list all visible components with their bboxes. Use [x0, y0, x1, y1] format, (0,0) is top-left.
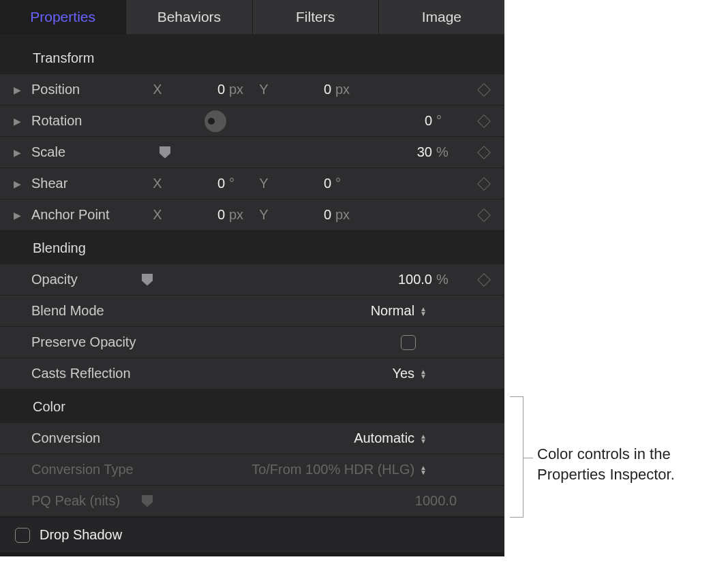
tab-properties[interactable]: Properties — [0, 0, 126, 34]
conversion-type-value: To/From 100% HDR (HLG) — [252, 462, 414, 477]
axis-x-label: X — [147, 82, 168, 97]
axis-x-label: X — [147, 207, 168, 223]
updown-icon: ▲▼ — [420, 434, 427, 443]
row-conversion-type: Conversion Type To/From 100% HDR (HLG) ▲… — [0, 454, 504, 486]
axis-y-label: Y — [254, 82, 274, 97]
row-scale: ▶ Scale 30 % — [0, 137, 504, 168]
position-y-value[interactable]: 0 — [274, 82, 335, 97]
tab-image[interactable]: Image — [379, 0, 504, 34]
properties-inspector: Properties Behaviors Filters Image Trans… — [0, 0, 504, 556]
shear-y-unit: ° — [335, 176, 360, 191]
disclosure-icon[interactable]: ▶ — [14, 147, 23, 158]
conversion-popup[interactable]: Automatic ▲▼ — [147, 430, 464, 446]
keyframe-icon[interactable] — [477, 177, 491, 191]
conversion-type-popup: To/From 100% HDR (HLG) ▲▼ — [147, 462, 464, 477]
pq-peak-value: 1000.0 — [379, 493, 461, 509]
row-rotation: ▶ Rotation 0 ° — [0, 106, 504, 137]
callout-bracket-icon — [510, 396, 524, 518]
row-preserve-opacity: Preserve Opacity — [0, 327, 504, 358]
axis-x-label: X — [147, 176, 168, 191]
row-shear: ▶ Shear X 0 ° Y 0 ° — [0, 168, 504, 200]
blend-mode-label: Blend Mode — [31, 303, 147, 319]
rotation-value[interactable]: 0 — [375, 113, 436, 129]
pq-peak-label: PQ Peak (nits) — [31, 493, 147, 509]
scale-value[interactable]: 30 — [375, 144, 436, 160]
row-blend-mode: Blend Mode Normal ▲▼ — [0, 296, 504, 327]
shear-x-value[interactable]: 0 — [168, 176, 229, 191]
keyframe-icon[interactable] — [477, 114, 491, 128]
row-position: ▶ Position X 0 px Y 0 px — [0, 74, 504, 106]
updown-icon: ▲▼ — [420, 369, 427, 379]
drop-shadow-checkbox[interactable] — [15, 528, 30, 543]
tab-behaviors[interactable]: Behaviors — [126, 0, 252, 34]
casts-reflection-popup[interactable]: Yes ▲▼ — [147, 366, 464, 381]
position-x-unit: px — [229, 82, 254, 97]
position-x-value[interactable]: 0 — [168, 82, 229, 97]
disclosure-icon[interactable]: ▶ — [14, 178, 23, 189]
opacity-value[interactable]: 100.0 — [375, 272, 436, 287]
conversion-type-label: Conversion Type — [31, 462, 147, 477]
callout-stem-icon — [524, 458, 533, 458]
position-label: Position — [31, 82, 147, 97]
row-casts-reflection: Casts Reflection Yes ▲▼ — [0, 358, 504, 390]
anchor-label: Anchor Point — [31, 207, 147, 223]
anchor-y-value[interactable]: 0 — [274, 207, 335, 223]
keyframe-icon[interactable] — [477, 208, 491, 222]
section-blending-title: Blending — [0, 231, 504, 264]
updown-icon: ▲▼ — [420, 306, 427, 316]
casts-reflection-label: Casts Reflection — [31, 366, 147, 381]
rotation-dial[interactable] — [204, 110, 226, 132]
position-y-unit: px — [335, 82, 360, 97]
opacity-label: Opacity — [31, 272, 147, 287]
preserve-opacity-label: Preserve Opacity — [31, 334, 147, 350]
blend-mode-value: Normal — [371, 303, 414, 319]
casts-reflection-value: Yes — [392, 366, 414, 381]
axis-y-label: Y — [254, 176, 274, 191]
section-color-title: Color — [0, 390, 504, 423]
updown-icon: ▲▼ — [420, 465, 427, 475]
row-conversion: Conversion Automatic ▲▼ — [0, 423, 504, 454]
opacity-unit: % — [436, 272, 461, 287]
inspector-tabs: Properties Behaviors Filters Image — [0, 0, 504, 34]
disclosure-icon[interactable]: ▶ — [14, 84, 23, 95]
shear-x-unit: ° — [229, 176, 254, 191]
axis-y-label: Y — [254, 207, 274, 223]
disclosure-icon[interactable]: ▶ — [14, 210, 23, 221]
callout-text: Color controls in the Properties Inspect… — [537, 444, 675, 484]
rotation-unit: ° — [436, 113, 461, 129]
section-transform-title: Transform — [0, 41, 504, 74]
disclosure-icon[interactable]: ▶ — [14, 116, 23, 127]
row-pq-peak: PQ Peak (nits) 1000.0 — [0, 486, 504, 517]
row-opacity: Opacity 100.0 % — [0, 264, 504, 296]
tab-filters[interactable]: Filters — [253, 0, 379, 34]
keyframe-icon[interactable] — [477, 273, 491, 287]
keyframe-icon[interactable] — [477, 146, 491, 159]
shear-y-value[interactable]: 0 — [274, 176, 335, 191]
blend-mode-popup[interactable]: Normal ▲▼ — [147, 303, 464, 319]
anchor-x-value[interactable]: 0 — [168, 207, 229, 223]
anchor-x-unit: px — [229, 207, 254, 223]
scale-label: Scale — [31, 144, 147, 160]
row-drop-shadow: Drop Shadow — [0, 517, 504, 552]
preserve-opacity-checkbox[interactable] — [401, 335, 416, 350]
shear-label: Shear — [31, 176, 147, 191]
rotation-label: Rotation — [31, 113, 147, 129]
conversion-label: Conversion — [31, 430, 147, 446]
drop-shadow-label: Drop Shadow — [40, 527, 122, 543]
keyframe-icon[interactable] — [477, 83, 491, 97]
row-anchor: ▶ Anchor Point X 0 px Y 0 px — [0, 200, 504, 231]
anchor-y-unit: px — [335, 207, 360, 223]
conversion-value: Automatic — [354, 430, 414, 446]
scale-unit: % — [436, 144, 461, 160]
